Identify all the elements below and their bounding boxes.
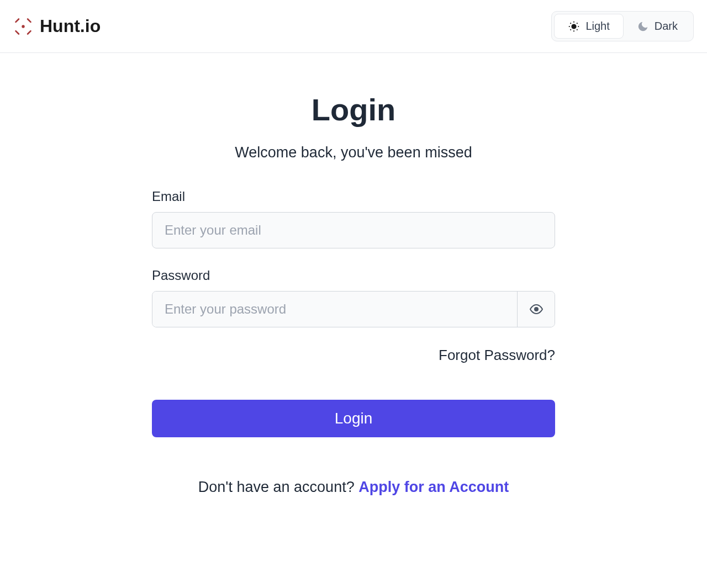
login-submit-button[interactable]: Login [152, 400, 555, 437]
svg-line-8 [571, 29, 571, 30]
forgot-password-link[interactable]: Forgot Password? [152, 347, 555, 364]
svg-point-0 [22, 25, 24, 28]
signup-link[interactable]: Apply for an Account [358, 479, 509, 495]
signup-prompt-text: Don't have an account? [198, 479, 358, 495]
logo-container[interactable]: Hunt.io [13, 16, 101, 36]
light-label: Light [585, 20, 609, 33]
email-label: Email [152, 189, 555, 204]
svg-line-9 [577, 23, 578, 23]
brand-name: Hunt.io [40, 16, 101, 36]
eye-icon [530, 303, 543, 316]
password-input-wrapper [152, 291, 555, 327]
signup-prompt: Don't have an account? Apply for an Acco… [152, 479, 555, 496]
page-title: Login [152, 92, 555, 128]
moon-icon [637, 20, 649, 33]
password-label: Password [152, 268, 555, 283]
theme-toggle: Light Dark [551, 11, 694, 41]
email-input[interactable] [152, 212, 555, 248]
dark-theme-button[interactable]: Dark [624, 14, 691, 39]
password-form-group: Password [152, 268, 555, 327]
svg-line-4 [571, 23, 571, 23]
header: Hunt.io Light Dark [0, 0, 707, 53]
light-theme-button[interactable]: Light [554, 14, 623, 39]
password-input[interactable] [152, 292, 517, 327]
login-form-container: Login Welcome back, you've been missed E… [152, 53, 555, 512]
email-form-group: Email [152, 189, 555, 248]
svg-point-1 [572, 24, 576, 28]
svg-point-10 [535, 308, 538, 311]
page-subtitle: Welcome back, you've been missed [152, 144, 555, 161]
dark-label: Dark [655, 20, 678, 33]
toggle-password-visibility-button[interactable] [517, 292, 555, 327]
hunt-logo-icon [13, 17, 33, 36]
sun-icon [568, 20, 580, 33]
svg-line-5 [577, 29, 578, 30]
